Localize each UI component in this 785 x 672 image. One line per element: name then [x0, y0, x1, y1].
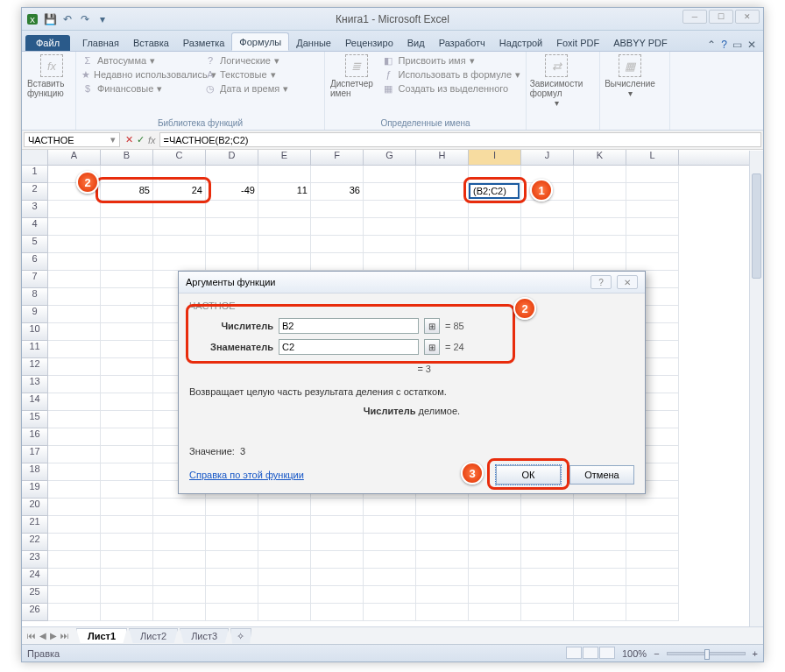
- cell[interactable]: [101, 218, 153, 236]
- vertical-scrollbar[interactable]: [749, 151, 763, 626]
- cell[interactable]: [364, 534, 416, 551]
- cell[interactable]: [469, 201, 521, 218]
- select-all-corner[interactable]: [22, 150, 48, 165]
- zoom-out-icon[interactable]: −: [654, 648, 659, 659]
- cell[interactable]: [101, 236, 153, 253]
- cell[interactable]: [206, 236, 258, 253]
- cell[interactable]: [364, 586, 416, 604]
- cell[interactable]: [258, 236, 311, 253]
- cell[interactable]: [206, 499, 258, 516]
- cell[interactable]: [416, 218, 469, 236]
- cell[interactable]: [48, 586, 101, 604]
- cell[interactable]: [416, 586, 469, 604]
- cell[interactable]: [574, 604, 626, 621]
- fx-icon[interactable]: fx: [148, 135, 156, 145]
- col-K[interactable]: K: [574, 150, 626, 165]
- cell[interactable]: [416, 253, 469, 271]
- tab-abbyy[interactable]: ABBYY PDF: [606, 34, 675, 51]
- cell[interactable]: -49: [206, 183, 258, 201]
- cell[interactable]: [48, 393, 101, 411]
- cell[interactable]: [206, 516, 258, 534]
- help-link[interactable]: Справка по этой функции: [189, 470, 304, 480]
- row-header[interactable]: 20: [22, 499, 48, 516]
- cell[interactable]: [206, 201, 258, 218]
- cell[interactable]: [469, 166, 521, 183]
- cell[interactable]: [101, 586, 153, 604]
- cell[interactable]: [574, 183, 626, 201]
- help-icon[interactable]: ?: [721, 39, 727, 51]
- cell[interactable]: [416, 183, 469, 201]
- cell[interactable]: [521, 534, 574, 551]
- cell[interactable]: [626, 534, 679, 551]
- fb-accept-icon[interactable]: ✓: [137, 134, 145, 145]
- cell[interactable]: [311, 569, 364, 586]
- cell[interactable]: [311, 499, 364, 516]
- cell[interactable]: [626, 218, 679, 236]
- cell[interactable]: [101, 271, 153, 288]
- cell[interactable]: [101, 358, 153, 376]
- recent-button[interactable]: ★Недавно использовались ▾: [81, 68, 204, 81]
- cell[interactable]: [416, 569, 469, 586]
- cell[interactable]: [48, 411, 101, 428]
- sheet-nav-prev-icon[interactable]: ◀: [38, 631, 48, 640]
- col-F[interactable]: F: [311, 150, 364, 165]
- cell[interactable]: [574, 516, 626, 534]
- tab-home[interactable]: Главная: [75, 34, 126, 51]
- arg2-input[interactable]: [279, 339, 419, 355]
- redo-icon[interactable]: ↷: [78, 12, 92, 26]
- cell[interactable]: [101, 463, 153, 481]
- row-header[interactable]: 24: [22, 569, 48, 586]
- cell[interactable]: [48, 499, 101, 516]
- cell[interactable]: [48, 534, 101, 551]
- cell[interactable]: [521, 516, 574, 534]
- cell[interactable]: [521, 499, 574, 516]
- col-D[interactable]: D: [206, 150, 258, 165]
- close-button[interactable]: ✕: [735, 10, 760, 24]
- cell[interactable]: [311, 236, 364, 253]
- cell[interactable]: [48, 341, 101, 358]
- cell[interactable]: [48, 306, 101, 323]
- cell[interactable]: [258, 201, 311, 218]
- cell[interactable]: [101, 393, 153, 411]
- cell[interactable]: [364, 516, 416, 534]
- cell[interactable]: [48, 271, 101, 288]
- cell[interactable]: [574, 166, 626, 183]
- financial-button[interactable]: $Финансовые ▾: [81, 82, 204, 95]
- cell[interactable]: [48, 323, 101, 341]
- tab-dev[interactable]: Разработч: [432, 34, 492, 51]
- name-manager-button[interactable]: ≣ Диспетчер имен: [330, 54, 382, 98]
- cell[interactable]: [101, 499, 153, 516]
- row-header[interactable]: 10: [22, 323, 48, 341]
- cell[interactable]: [521, 551, 574, 569]
- cell[interactable]: [101, 516, 153, 534]
- sheet-tab-3[interactable]: Лист3: [180, 628, 229, 643]
- cell[interactable]: [416, 551, 469, 569]
- cell[interactable]: [153, 516, 206, 534]
- cell[interactable]: [364, 253, 416, 271]
- cell[interactable]: [206, 586, 258, 604]
- cell[interactable]: [521, 604, 574, 621]
- cell[interactable]: [101, 341, 153, 358]
- tab-layout[interactable]: Разметка: [176, 34, 232, 51]
- row-header[interactable]: 25: [22, 586, 48, 604]
- sheet-tab-2[interactable]: Лист2: [129, 628, 178, 643]
- cell[interactable]: [311, 253, 364, 271]
- datetime-button[interactable]: ◷Дата и время ▾: [204, 82, 319, 95]
- col-B[interactable]: B: [101, 150, 153, 165]
- cell[interactable]: [521, 569, 574, 586]
- col-J[interactable]: J: [521, 150, 574, 165]
- autosum-button[interactable]: ΣАвтосумма ▾: [81, 54, 204, 67]
- cell[interactable]: [258, 604, 311, 621]
- row-header[interactable]: 23: [22, 551, 48, 569]
- cell[interactable]: [258, 516, 311, 534]
- cell[interactable]: [626, 569, 679, 586]
- cell[interactable]: [311, 516, 364, 534]
- cell[interactable]: [626, 201, 679, 218]
- cell[interactable]: [206, 604, 258, 621]
- cell[interactable]: [153, 253, 206, 271]
- cell[interactable]: 36: [311, 183, 364, 201]
- cell[interactable]: [48, 604, 101, 621]
- cell[interactable]: [626, 236, 679, 253]
- cell[interactable]: [574, 253, 626, 271]
- sheet-nav-last-icon[interactable]: ⏭: [59, 631, 71, 640]
